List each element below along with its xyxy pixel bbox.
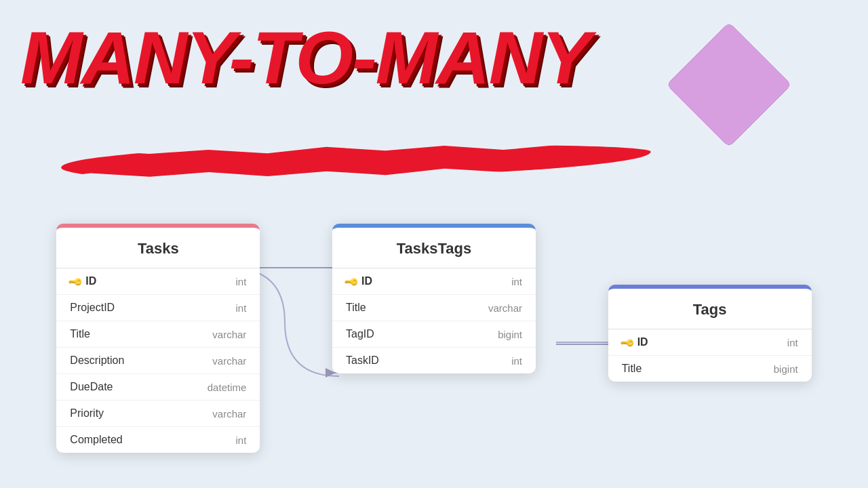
tables-area: Tasks 🔑 ID int ProjectID int Title varch… — [0, 224, 868, 488]
field-type-projectid: int — [235, 302, 246, 314]
table-row: Title varchar — [332, 295, 536, 321]
field-description: Description — [70, 354, 124, 367]
table-row: ProjectID int — [56, 295, 260, 321]
table-row: TagID bigint — [332, 321, 536, 348]
page-title: MANY-TO-MANY — [20, 20, 590, 95]
field-duedate: DueDate — [70, 381, 113, 393]
table-row: Title varchar — [56, 321, 260, 348]
field-id: 🔑 ID — [346, 275, 372, 287]
key-icon: 🔑 — [68, 273, 83, 289]
field-type-tagid: bigint — [498, 329, 522, 340]
key-icon: 🔑 — [344, 273, 359, 289]
field-type-id: int — [235, 276, 246, 287]
key-icon: 🔑 — [619, 334, 635, 350]
field-id: 🔑 ID — [70, 275, 96, 287]
field-type-title: varchar — [212, 329, 246, 340]
table-row: Description varchar — [56, 348, 260, 374]
field-taskid: TaskID — [346, 354, 379, 367]
field-priority: Priority — [70, 407, 104, 420]
field-projectid: ProjectID — [70, 302, 115, 314]
tasks-table-header: Tasks — [56, 228, 260, 268]
field-type-description: varchar — [212, 355, 246, 367]
table-row: Completed int — [56, 427, 260, 453]
field-type-title: bigint — [774, 363, 798, 375]
field-title: Title — [346, 302, 366, 314]
table-row: DueDate datetime — [56, 374, 260, 401]
field-type-priority: varchar — [212, 408, 246, 420]
field-type-title: varchar — [488, 302, 522, 314]
table-row: 🔑 ID int — [332, 268, 536, 295]
diamond-pink-lighter — [667, 22, 791, 147]
brush-stroke-decoration — [61, 140, 652, 181]
table-row: Title bigint — [608, 356, 812, 382]
tasks-table: Tasks 🔑 ID int ProjectID int Title varch… — [56, 224, 260, 453]
field-completed: Completed — [70, 434, 122, 446]
taskstags-table-header: TasksTags — [332, 228, 536, 268]
field-title: Title — [622, 363, 642, 375]
field-type-taskid: int — [511, 355, 522, 367]
table-row: 🔑 ID int — [608, 329, 812, 356]
table-row: TaskID int — [332, 348, 536, 373]
table-row: 🔑 ID int — [56, 268, 260, 295]
tags-table: Tags 🔑 ID int Title bigint — [608, 285, 812, 382]
field-type-id: int — [787, 337, 798, 348]
field-tagid: TagID — [346, 328, 374, 340]
field-title: Title — [70, 328, 90, 340]
tags-table-header: Tags — [608, 289, 812, 329]
field-id: 🔑 ID — [622, 336, 648, 348]
field-type-completed: int — [235, 434, 246, 446]
field-type-id: int — [511, 276, 522, 287]
table-row: Priority varchar — [56, 401, 260, 427]
field-type-duedate: datetime — [208, 382, 247, 393]
powerapps-logo — [685, 41, 854, 258]
taskstags-table: TasksTags 🔑 ID int Title varchar TagID b… — [332, 224, 536, 373]
